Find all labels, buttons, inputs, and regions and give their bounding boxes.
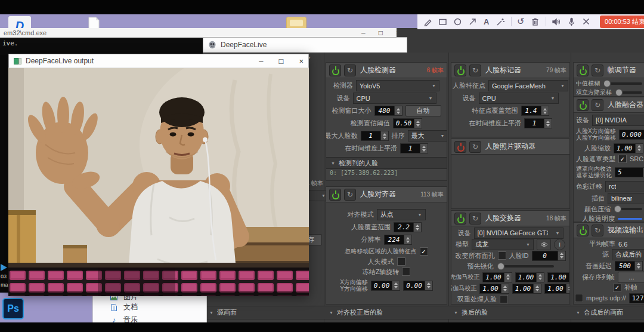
pre-gamma-g-spinbox[interactable]: 1.00 (515, 272, 545, 282)
face-opacity-slider[interactable] (618, 218, 642, 220)
two-pass-checkbox[interactable] (500, 295, 508, 303)
model-dropdown[interactable]: 成龙 ▼ (472, 239, 534, 250)
device-dropdown[interactable]: CPU ▼ (353, 93, 436, 104)
spin-arrows-icon[interactable] (501, 284, 509, 294)
photoshop-desktop-icon[interactable]: Ps (2, 298, 24, 319)
cmd-maximize-button[interactable]: □ (379, 29, 383, 37)
spin-arrows-icon[interactable] (569, 272, 570, 282)
output-window-titlebar[interactable]: DeepFaceLive output – □ × (8, 54, 309, 68)
post-gamma-r-spinbox[interactable]: 1.00 (479, 284, 509, 294)
confidence-spinbox[interactable]: 0.50 (393, 118, 423, 128)
marker-coverage-spinbox[interactable]: 1.4 (521, 106, 549, 116)
device-dropdown[interactable]: [0] NVIDIA GeForce GTX ▼ (474, 228, 564, 239)
spin-arrows-icon[interactable] (635, 261, 643, 271)
power-on-icon[interactable] (329, 189, 341, 201)
trash-icon[interactable] (531, 15, 540, 28)
pen-icon[interactable] (423, 15, 432, 28)
face-scale-spinbox[interactable]: 1.00 (614, 143, 643, 153)
spin-arrows-icon[interactable] (392, 281, 400, 291)
spin-arrows-icon[interactable] (636, 143, 643, 153)
bicubic-slider[interactable] (615, 91, 642, 94)
device-dropdown[interactable]: CPU ▼ (479, 93, 559, 104)
udp-address-field[interactable]: 127.0.0. (629, 293, 644, 303)
spin-arrows-icon[interactable] (504, 272, 512, 282)
post-gamma-b-spinbox[interactable]: 1.00 (544, 284, 570, 294)
exclude-moving-checkbox[interactable]: ✓ (420, 247, 428, 256)
color-transfer-dropdown[interactable]: rct (605, 181, 644, 192)
device-dropdown[interactable]: [0] NVIDIA (592, 115, 644, 126)
source-dropdown[interactable]: 合成后的 (612, 249, 644, 260)
fill-frames-checkbox[interactable]: ✓ (613, 284, 621, 292)
pre-gamma-b-spinbox[interactable]: 1.00 (547, 272, 570, 282)
spin-arrows-icon[interactable] (425, 281, 433, 291)
stop-recording-close-icon[interactable] (582, 15, 590, 28)
presharpen-slider[interactable] (497, 265, 554, 268)
reset-icon[interactable]: ↻ (592, 225, 603, 236)
power-on-icon[interactable] (454, 64, 466, 76)
speaker-icon[interactable] (552, 15, 561, 28)
recording-timer-badge[interactable]: 00:00:53 结束 (600, 16, 644, 28)
reset-icon[interactable]: ↻ (344, 189, 356, 201)
file-item-documents[interactable]: 文档 (93, 301, 206, 313)
slider-knob[interactable] (603, 80, 611, 87)
output-minimize-button[interactable]: – (259, 57, 263, 66)
detected-faces-section[interactable]: ▼ 检测到的人脸 (326, 157, 447, 169)
spin-arrows-icon[interactable] (414, 118, 422, 128)
erode-spinbox[interactable]: 5 (615, 167, 644, 177)
window-size-spinbox[interactable]: 480 (374, 106, 402, 116)
info-icon[interactable]: i (554, 239, 565, 250)
slider-knob[interactable] (614, 205, 621, 213)
resolution-spinbox[interactable]: 224 (384, 235, 412, 245)
cmd-minimize-button[interactable]: – (361, 29, 366, 37)
spin-arrows-icon[interactable] (558, 251, 566, 261)
median-blur-slider[interactable] (603, 82, 642, 85)
power-on-icon[interactable] (577, 225, 589, 236)
slider-knob[interactable] (497, 263, 504, 270)
spin-arrows-icon[interactable] (537, 272, 544, 282)
reset-icon[interactable]: ↻ (592, 99, 603, 111)
power-on-icon[interactable] (329, 64, 341, 76)
temporal-smooth-spinbox[interactable]: 1 (524, 118, 552, 128)
post-gamma-g-spinbox[interactable]: 1.00 (512, 284, 542, 294)
reset-icon[interactable]: ↻ (592, 64, 603, 76)
output-maximize-button[interactable]: □ (279, 57, 284, 66)
text-tool-icon[interactable]: A (483, 15, 490, 28)
output-close-button[interactable]: × (299, 57, 304, 66)
reset-icon[interactable]: ↻ (344, 64, 356, 76)
mask-src-checkbox[interactable]: ✓ (618, 155, 627, 163)
save-seq-button[interactable]: ... (618, 272, 644, 283)
undo-icon[interactable]: ↺ (517, 15, 525, 28)
power-off-icon[interactable] (454, 141, 466, 153)
power-on-icon[interactable] (577, 99, 589, 111)
spin-arrows-icon[interactable] (381, 131, 389, 141)
spin-arrows-icon[interactable] (541, 106, 549, 116)
microphone-icon[interactable] (567, 15, 576, 28)
head-mode-checkbox[interactable] (397, 257, 405, 266)
align-mode-dropdown[interactable]: 从点 ▼ (377, 209, 426, 220)
power-on-icon[interactable] (454, 213, 466, 225)
spin-arrows-icon[interactable] (566, 284, 570, 294)
ellipse-icon[interactable] (453, 15, 462, 28)
magic-wand-icon[interactable] (496, 15, 505, 28)
interpolation-dropdown[interactable]: bilinear (608, 193, 644, 204)
slider-knob[interactable] (615, 89, 623, 96)
color-compression-slider[interactable] (614, 208, 642, 210)
arrow-icon[interactable] (468, 15, 477, 28)
spin-arrows-icon[interactable] (420, 143, 428, 153)
spin-arrows-icon[interactable] (414, 222, 422, 232)
y-offset-spinbox[interactable]: 0.00 (403, 281, 433, 291)
delay-spinbox[interactable]: 500 (615, 261, 643, 271)
blue-app-desktop-icon[interactable] (0, 263, 8, 272)
preview-eye-icon[interactable] (537, 239, 551, 250)
reset-icon[interactable]: ↻ (469, 213, 481, 225)
face-coverage-spinbox[interactable]: 2.2 (394, 222, 422, 232)
max-faces-spinbox[interactable]: 1 (361, 131, 389, 141)
swap-all-checkbox[interactable] (498, 251, 506, 260)
spin-arrows-icon[interactable] (395, 106, 402, 116)
reset-icon[interactable]: ↻ (469, 141, 481, 153)
power-on-icon[interactable] (577, 64, 589, 76)
freeze-z-checkbox[interactable] (402, 268, 410, 276)
udp-checkbox[interactable] (575, 294, 583, 302)
swapped-face-section[interactable]: ▼ 换后的脸 (449, 306, 580, 319)
temporal-smooth-spinbox[interactable]: 1 (400, 143, 428, 153)
